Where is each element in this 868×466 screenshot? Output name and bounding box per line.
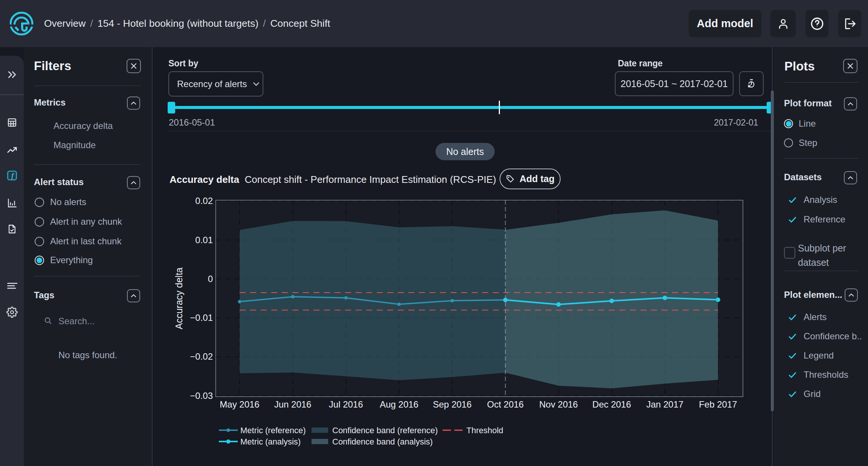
svg-text:Feb 2017: Feb 2017 [699,399,737,409]
svg-text:May 2016: May 2016 [220,399,259,409]
svg-text:Confidence band (analysis): Confidence band (analysis) [332,437,433,446]
svg-text:−0.02: −0.02 [190,351,213,362]
svg-text:Aug 2016: Aug 2016 [380,399,419,409]
svg-text:Dec 2016: Dec 2016 [592,399,631,409]
svg-text:Metric (reference): Metric (reference) [240,426,306,435]
svg-text:Confidence band (reference): Confidence band (reference) [332,426,438,435]
svg-text:Jul 2016: Jul 2016 [329,399,363,409]
svg-text:Threshold: Threshold [466,426,503,435]
svg-text:Accuracy delta: Accuracy delta [174,267,184,329]
svg-text:0: 0 [208,274,213,284]
svg-text:Oct 2016: Oct 2016 [487,399,524,409]
svg-text:Metric (analysis): Metric (analysis) [240,437,301,446]
svg-text:0.02: 0.02 [195,196,213,206]
svg-text:Jan 2017: Jan 2017 [646,399,683,409]
svg-text:−0.01: −0.01 [190,313,213,323]
svg-text:−0.03: −0.03 [190,391,213,401]
svg-text:Sep 2016: Sep 2016 [433,399,472,409]
svg-text:Nov 2016: Nov 2016 [539,399,578,409]
svg-text:0.01: 0.01 [195,235,213,245]
svg-text:Jun 2016: Jun 2016 [274,399,312,409]
